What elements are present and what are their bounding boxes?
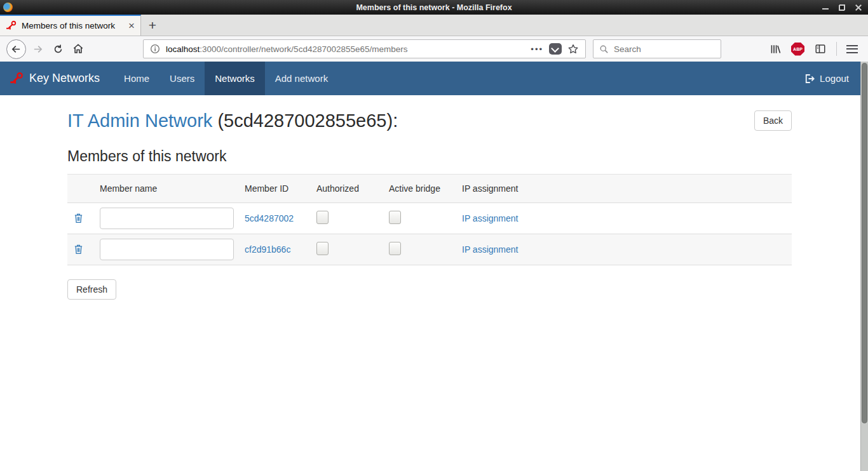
search-input[interactable]: [614, 44, 703, 54]
brand[interactable]: Key Networks: [10, 62, 100, 95]
tab-close-icon[interactable]: ×: [128, 20, 135, 31]
toolbar-separator: [836, 42, 837, 56]
refresh-button[interactable]: Refresh: [67, 279, 116, 300]
header-authorized: Authorized: [311, 175, 384, 203]
authorized-checkbox[interactable]: [316, 242, 329, 255]
logout-button[interactable]: Logout: [804, 62, 849, 95]
scrollbar-thumb[interactable]: [862, 63, 867, 423]
member-id-link[interactable]: 5cd4287002: [245, 213, 294, 223]
url-bar[interactable]: localhost:3000/controller/network/5cd428…: [143, 39, 586, 58]
header-member-id: Member ID: [240, 175, 311, 203]
page-info-icon[interactable]: [150, 44, 160, 54]
network-id: (5cd4287002855e65):: [212, 110, 398, 131]
brand-label: Key Networks: [29, 72, 100, 85]
restore-button[interactable]: [839, 4, 845, 11]
member-name-input[interactable]: [100, 208, 234, 229]
member-row: cf2d91b66c IP assignment: [67, 234, 792, 265]
member-id-link[interactable]: cf2d91b66c: [245, 244, 290, 255]
url-path: :3000/controller/network/5cd4287002855e6…: [200, 44, 407, 54]
back-button[interactable]: Back: [754, 110, 792, 131]
home-icon: [72, 43, 84, 55]
active-bridge-checkbox[interactable]: [389, 242, 401, 255]
close-window-button[interactable]: [855, 4, 862, 11]
search-box[interactable]: [593, 39, 721, 58]
reload-button[interactable]: [49, 40, 67, 58]
header-delete: [67, 175, 95, 203]
authorized-checkbox[interactable]: [316, 211, 329, 224]
tab-strip: Members of this network × +: [0, 15, 868, 36]
network-name-link[interactable]: IT Admin Network: [67, 110, 212, 131]
url-text[interactable]: localhost:3000/controller/network/5cd428…: [166, 44, 525, 54]
trash-icon: [74, 244, 83, 255]
logout-icon: [804, 73, 815, 84]
page-title: IT Admin Network (5cd4287002855e65):: [67, 110, 398, 131]
delete-member-button[interactable]: [72, 211, 85, 225]
header-ip-assignment: IP assignment: [457, 175, 792, 203]
forward-nav-button[interactable]: [29, 40, 46, 58]
nav-item-add-network[interactable]: Add network: [265, 62, 338, 95]
library-icon[interactable]: [769, 43, 782, 55]
toolbar-extensions: ABP: [769, 42, 863, 56]
app-navbar: Key Networks Home Users Networks Add net…: [0, 62, 868, 95]
reload-icon: [53, 44, 64, 55]
header-active-bridge: Active bridge: [384, 175, 457, 203]
header-member-name: Member name: [95, 175, 240, 203]
delete-member-button[interactable]: [72, 242, 85, 256]
nav-item-home[interactable]: Home: [114, 62, 159, 95]
members-table: Member name Member ID Authorized Active …: [67, 174, 792, 265]
window-controls: [822, 4, 868, 11]
vertical-scrollbar[interactable]: [860, 62, 868, 471]
page-content: IT Admin Network (5cd4287002855e65): Bac…: [67, 95, 792, 300]
back-arrow-icon: [11, 44, 22, 55]
nav-item-networks[interactable]: Networks: [205, 62, 265, 95]
trash-icon: [74, 213, 83, 223]
url-host: localhost: [166, 44, 200, 54]
member-name-input[interactable]: [100, 239, 234, 260]
minimize-button[interactable]: [822, 4, 829, 11]
search-icon: [599, 44, 609, 54]
back-nav-button[interactable]: [6, 39, 26, 59]
member-row: 5cd4287002 IP assignment: [67, 203, 792, 234]
browser-tab[interactable]: Members of this network ×: [0, 15, 141, 36]
section-title: Members of this network: [67, 148, 792, 165]
new-tab-button[interactable]: +: [141, 15, 164, 36]
table-header-row: Member name Member ID Authorized Active …: [67, 175, 792, 203]
browser-toolbar: localhost:3000/controller/network/5cd428…: [0, 36, 868, 62]
nav-item-users[interactable]: Users: [159, 62, 205, 95]
logout-label: Logout: [820, 73, 849, 84]
key-logo-icon: [10, 72, 24, 86]
window-titlebar: Members of this network - Mozilla Firefo…: [0, 0, 868, 15]
ip-assignment-link[interactable]: IP assignment: [462, 244, 518, 255]
active-bridge-checkbox[interactable]: [389, 211, 401, 224]
key-favicon-icon: [6, 20, 17, 31]
menu-icon[interactable]: [846, 45, 858, 53]
ip-assignment-link[interactable]: IP assignment: [462, 213, 518, 223]
bookmark-star-icon[interactable]: [567, 43, 579, 55]
home-button[interactable]: [69, 40, 87, 58]
forward-arrow-icon: [32, 44, 43, 55]
adblock-plus-icon[interactable]: ABP: [791, 43, 804, 56]
pocket-icon[interactable]: [549, 43, 562, 55]
tab-title: Members of this network: [22, 21, 123, 30]
window-title: Members of this network - Mozilla Firefo…: [0, 3, 868, 12]
sidebar-toggle-icon[interactable]: [814, 43, 827, 55]
page-actions-icon[interactable]: •••: [531, 44, 543, 54]
